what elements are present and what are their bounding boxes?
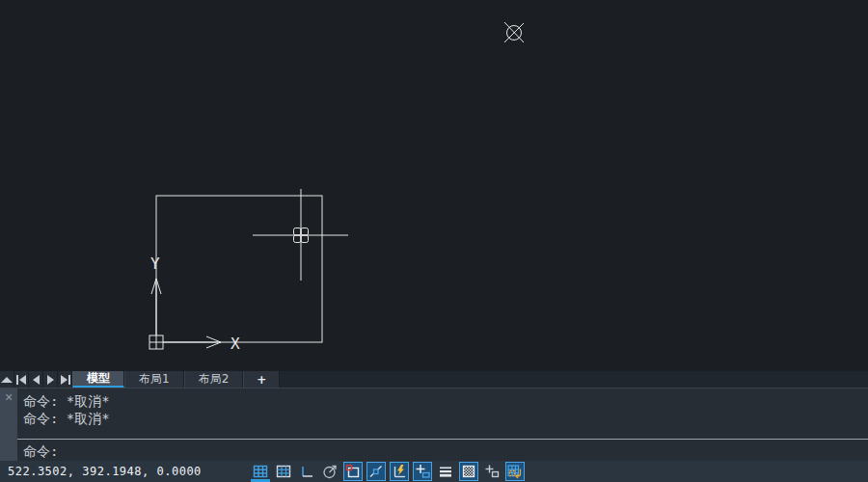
command-history-line: 命令: *取消* (23, 392, 862, 410)
tab-layout2[interactable]: 布局2 (184, 371, 244, 388)
ucs-x-label: X (231, 335, 240, 353)
last-tab-button[interactable] (58, 371, 72, 388)
polar-icon (322, 464, 338, 479)
tab-layout1[interactable]: 布局1 (124, 371, 184, 388)
transparency-icon (461, 464, 476, 479)
transparency-toggle[interactable] (459, 462, 478, 481)
command-history-line: 命令: *取消* (23, 410, 862, 427)
last-icon (58, 372, 71, 388)
dynamic-input-toggle[interactable] (413, 462, 432, 481)
drawing-canvas[interactable]: Y X (0, 0, 868, 371)
command-panel-grip[interactable]: ✕ (0, 388, 17, 461)
snap-tracking-icon (368, 464, 384, 479)
snap-grid-icon (276, 464, 291, 479)
lineweight-icon (438, 464, 453, 479)
annotation-scale-icon (506, 464, 524, 479)
annotation-scale-toggle[interactable] (505, 462, 525, 481)
next-tab-button[interactable] (43, 371, 58, 388)
prev-icon (29, 372, 42, 388)
polar-tracking-toggle[interactable] (320, 462, 339, 481)
coordinates-readout: 522.3502, 392.1948, 0.0000 (8, 465, 202, 478)
selection-cycling-icon (484, 464, 500, 479)
grid-toggle[interactable] (251, 462, 270, 481)
status-bar: 522.3502, 392.1948, 0.0000 (0, 461, 868, 482)
grid-icon (253, 464, 268, 479)
command-panel: ✕ 命令: *取消* 命令: *取消* 命令: (0, 388, 868, 461)
layout-tabbar: 模型 布局1 布局2 + (0, 371, 868, 388)
ortho-toggle[interactable] (297, 462, 316, 481)
triangle-up-icon (0, 373, 14, 387)
prev-tab-button[interactable] (29, 371, 43, 388)
object-snap-icon (345, 464, 361, 479)
crosshair-cursor (253, 189, 348, 281)
expand-tabs-button[interactable] (0, 371, 14, 388)
close-icon[interactable]: ✕ (4, 392, 13, 403)
ucs-icon: Y X (149, 254, 240, 353)
next-icon (43, 372, 57, 388)
first-icon (14, 372, 28, 388)
command-history: 命令: *取消* 命令: *取消* (17, 388, 868, 440)
object-snap-tracking-toggle[interactable] (366, 462, 386, 481)
ucs-y-label: Y (150, 254, 160, 273)
tab-model[interactable]: 模型 (72, 371, 124, 388)
tab-add-layout[interactable]: + (243, 371, 280, 388)
rectangle-entity[interactable] (156, 196, 322, 342)
dynamic-ucs-toggle[interactable] (390, 462, 409, 481)
object-snap-toggle[interactable] (343, 462, 363, 481)
lineweight-toggle[interactable] (436, 462, 455, 481)
orbit-symbol (504, 22, 524, 42)
drafting-toggles (251, 461, 525, 482)
snap-toggle[interactable] (274, 462, 293, 481)
ortho-icon (299, 464, 314, 479)
lightning-axes-icon (392, 464, 407, 479)
selection-cycling-toggle[interactable] (482, 462, 502, 481)
dynamic-input-icon (415, 464, 430, 479)
command-input[interactable]: 命令: (17, 440, 868, 461)
command-main: 命令: *取消* 命令: *取消* 命令: (17, 388, 868, 461)
first-tab-button[interactable] (14, 371, 29, 388)
drawing-layer: Y X (0, 0, 868, 371)
